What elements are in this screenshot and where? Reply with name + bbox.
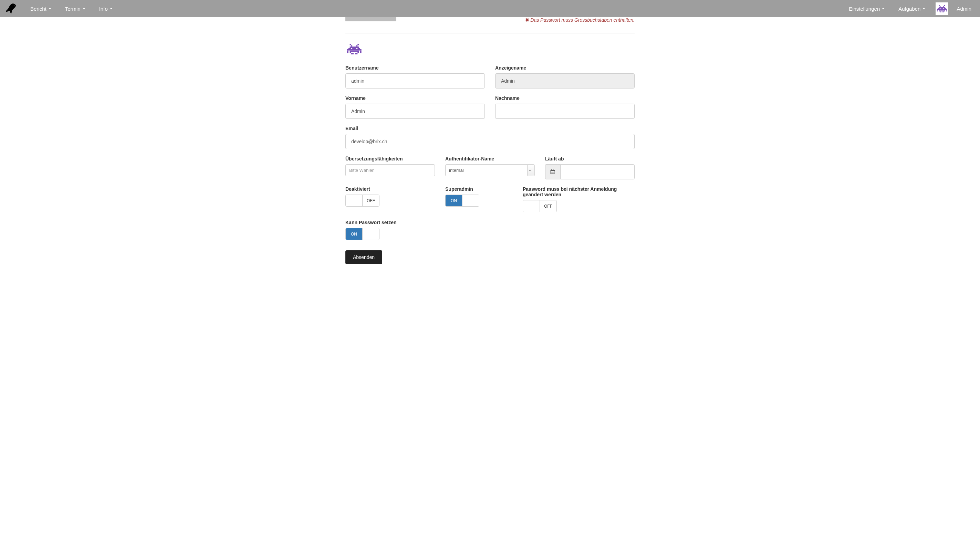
navbar-left: Bericht Termin Info: [3, 0, 119, 17]
avatar[interactable]: [935, 2, 948, 15]
row-username-displayname: Benutzername Anzeigename: [345, 65, 635, 89]
uebersetzung-placeholder: Bitte Wählen: [349, 168, 375, 173]
svg-rect-3: [943, 6, 944, 7]
nav-einstellungen[interactable]: Einstellungen: [842, 1, 891, 17]
svg-rect-44: [552, 173, 553, 173]
svg-rect-43: [551, 173, 552, 173]
nav-info[interactable]: Info: [92, 1, 119, 17]
svg-rect-9: [937, 10, 938, 11]
row-toggles-1: Deaktiviert OFF Superadmin ON Password m…: [345, 186, 635, 213]
caret-down-icon: [83, 8, 85, 9]
caret-down-icon: [923, 8, 925, 9]
svg-rect-26: [347, 49, 361, 51]
anzeigename-input: [495, 73, 635, 89]
divider: [345, 33, 635, 33]
toggle-off-half: OFF: [540, 200, 557, 212]
password-change-toggle[interactable]: OFF: [523, 200, 557, 212]
toggle-on-half: ON: [445, 195, 462, 206]
caret-down-icon: [49, 8, 51, 9]
nav-termin[interactable]: Termin: [58, 1, 92, 17]
svg-rect-38: [551, 169, 552, 170]
col-anzeigename: Anzeigename: [495, 65, 635, 89]
col-deaktiviert: Deaktiviert OFF: [345, 186, 435, 213]
svg-rect-22: [350, 46, 359, 48]
svg-rect-18: [350, 44, 351, 46]
label-password-change: Password muss bei nächster Anmeldung geä…: [523, 186, 635, 197]
navbar: Bericht Termin Info Einstellungen Aufgab…: [0, 0, 980, 17]
benutzername-input[interactable]: [345, 73, 485, 89]
svg-rect-25: [358, 48, 360, 49]
nachname-input[interactable]: [495, 104, 635, 119]
col-vorname: Vorname: [345, 95, 485, 119]
label-anzeigename: Anzeigename: [495, 65, 635, 71]
svg-rect-45: [554, 173, 554, 173]
svg-rect-11: [946, 10, 947, 11]
col-benutzername: Benutzername: [345, 65, 485, 89]
toggle-on-half: [523, 200, 540, 212]
svg-rect-27: [347, 51, 348, 52]
col-uebersetzung: Übersetzungsfähigkeiten Bitte Wählen: [345, 156, 435, 180]
svg-rect-23: [348, 48, 351, 49]
calendar-addon[interactable]: [545, 164, 560, 180]
authentifikator-value: internal: [449, 168, 464, 173]
row-firstname-lastname: Vorname Nachname: [345, 95, 635, 119]
nav-username[interactable]: Admin: [951, 6, 977, 12]
label-laeuftab: Läuft ab: [545, 156, 635, 162]
label-kann-passwort: Kann Passwort setzen: [345, 220, 635, 225]
deaktiviert-toggle[interactable]: OFF: [345, 195, 379, 207]
user-avatar-large: [345, 40, 363, 58]
label-vorname: Vorname: [345, 95, 485, 101]
vorname-input[interactable]: [345, 104, 485, 119]
uebersetzung-select[interactable]: Bitte Wählen: [345, 164, 435, 176]
top-row: Das Passwort muss Grossbuchstaben enthal…: [345, 17, 635, 23]
svg-rect-13: [939, 10, 940, 11]
col-superadmin: Superadmin ON: [445, 186, 512, 213]
col-kann-passwort: Kann Passwort setzen ON: [345, 220, 635, 240]
select-caret-box: [527, 165, 534, 176]
svg-rect-15: [946, 10, 947, 11]
space-invader-icon: [347, 42, 361, 56]
svg-rect-0: [939, 5, 940, 6]
toggle-on-half: ON: [346, 228, 362, 240]
svg-rect-6: [941, 8, 943, 9]
email-input[interactable]: [345, 134, 635, 149]
svg-rect-5: [938, 8, 940, 9]
svg-rect-41: [552, 172, 553, 173]
svg-rect-19: [358, 44, 359, 46]
svg-rect-17: [942, 11, 944, 13]
kann-passwort-toggle[interactable]: ON: [345, 228, 379, 240]
submit-button[interactable]: Absenden: [345, 250, 382, 264]
toggle-off-half: [462, 195, 479, 206]
chevron-down-icon: [528, 170, 531, 171]
svg-rect-2: [940, 6, 941, 7]
svg-rect-8: [937, 9, 947, 10]
nav-bericht[interactable]: Bericht: [24, 1, 58, 17]
svg-rect-32: [358, 52, 359, 53]
svg-rect-1: [944, 5, 945, 6]
upload-placeholder[interactable]: [345, 17, 396, 21]
svg-rect-14: [944, 10, 945, 11]
svg-rect-34: [351, 53, 354, 54]
laeuftab-input[interactable]: [560, 164, 635, 180]
app-logo[interactable]: [3, 0, 20, 17]
svg-rect-29: [360, 51, 361, 52]
col-laeuftab: Läuft ab: [545, 156, 635, 180]
row-kann-passwort: Kann Passwort setzen ON: [345, 220, 635, 240]
authentifikator-select[interactable]: internal: [445, 164, 535, 176]
label-superadmin: Superadmin: [445, 186, 512, 192]
nav-aufgaben[interactable]: Aufgaben: [891, 1, 932, 17]
navbar-right: Einstellungen Aufgaben: [842, 0, 977, 17]
label-benutzername: Benutzername: [345, 65, 485, 71]
main-container: Das Passwort muss Grossbuchstaben enthal…: [340, 17, 640, 264]
laeuftab-group: [545, 164, 635, 180]
svg-rect-31: [350, 52, 351, 53]
svg-rect-30: [347, 52, 348, 53]
superadmin-toggle[interactable]: ON: [445, 195, 479, 207]
svg-rect-21: [356, 46, 358, 47]
toggle-off-half: [362, 228, 379, 240]
toggle-off-half: OFF: [363, 195, 379, 206]
error-text: Das Passwort muss Grossbuchstaben enthal…: [530, 17, 635, 23]
calendar-icon: [550, 169, 555, 174]
svg-rect-40: [551, 172, 552, 173]
svg-rect-42: [554, 172, 554, 173]
